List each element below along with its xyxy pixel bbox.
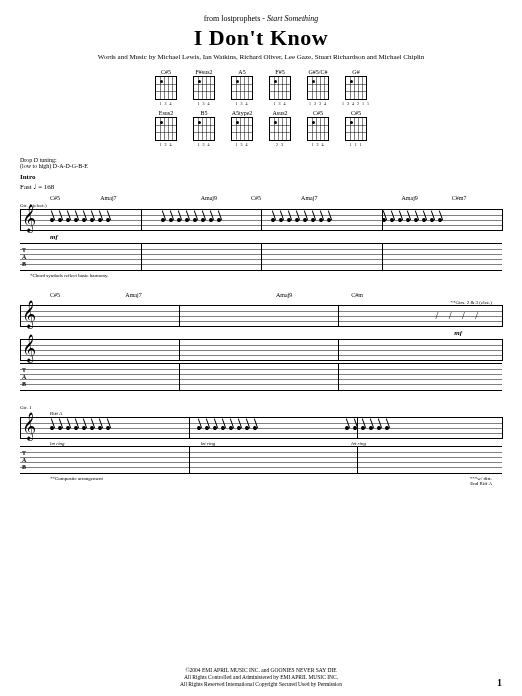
chord-diagram bbox=[307, 117, 329, 141]
chord-box: F#51 3 4 bbox=[265, 69, 295, 106]
end-riff-label: End Riff A bbox=[20, 481, 492, 486]
source-line: from lostprophets - Start Something bbox=[20, 14, 502, 23]
album-name: Start Something bbox=[267, 14, 318, 23]
song-title: I Don't Know bbox=[20, 25, 502, 51]
footnote: *Chord symbols reflect basic harmony. bbox=[30, 273, 502, 278]
chord-reference: C#51 3 4 F#sus21 3 4 A51 3 4 F#51 3 4 G#… bbox=[20, 69, 502, 106]
notation-staff-b: 𝄞 bbox=[20, 339, 502, 361]
chord-box: G#1 3 4 2 1 1 bbox=[341, 69, 371, 106]
tab-staff: TAB bbox=[20, 243, 502, 271]
treble-clef-icon: 𝄞 bbox=[22, 336, 36, 360]
chord-diagram bbox=[193, 117, 215, 141]
chord-box: A5type21 3 4 bbox=[227, 110, 257, 147]
composite-note: **Composite arrangement bbox=[50, 476, 103, 481]
chord-symbols: C#5 Amaj7 Amaj9 C#m bbox=[20, 292, 502, 298]
system-2: C#5 Amaj7 Amaj9 C#m **Gtrs. 2 & 3 (elec.… bbox=[20, 292, 502, 391]
chord-box: C#51 3 4 bbox=[303, 110, 333, 147]
tuning-info: Drop D tuning: (low to high) D-A-D-G-B-E bbox=[20, 157, 502, 169]
copyright-line-1: ©2004 EMI APRIL MUSIC INC. and GOONIES N… bbox=[0, 667, 522, 674]
tempo-value: ♩ = 168 bbox=[33, 183, 54, 191]
chord-row-2: Esus21 3 4 B51 3 4 A5type21 3 4 Asus22 3… bbox=[151, 110, 371, 147]
tab-staff: TAB bbox=[20, 363, 502, 391]
dynamic-marking: mf bbox=[50, 233, 502, 241]
header: from lostprophets - Start Something I Do… bbox=[20, 14, 502, 61]
chord-box: C#51 3 4 bbox=[151, 69, 181, 106]
chord-symbols: C#5 Amaj7 Amaj9 C#5 Amaj7 Amaj9 C#m7 bbox=[20, 195, 502, 201]
sheet-music-page: from lostprophets - Start Something I Do… bbox=[0, 0, 522, 696]
chord-box: Asus22 3 bbox=[265, 110, 295, 147]
page-number: 1 bbox=[497, 677, 502, 688]
part-label: Gtr. 1 (elect.) bbox=[20, 203, 502, 208]
notation-staff: 𝄞 bbox=[20, 209, 502, 231]
chord-diagram bbox=[193, 76, 215, 100]
chord-box: Esus21 3 4 bbox=[151, 110, 181, 147]
chord-box: C#51 1 1 bbox=[341, 110, 371, 147]
credits: Words and Music by Michael Lewis, Ian Wa… bbox=[20, 53, 502, 61]
copyright-line-2: All Rights Controlled and Administered b… bbox=[0, 674, 522, 681]
chord-diagram bbox=[345, 117, 367, 141]
copyright-line-3: All Rights Reserved International Copyri… bbox=[0, 681, 522, 688]
dynamic-marking: mf bbox=[50, 329, 462, 337]
copyright-footer: ©2004 EMI APRIL MUSIC INC. and GOONIES N… bbox=[0, 667, 522, 688]
chord-diagram bbox=[269, 76, 291, 100]
chord-diagram bbox=[307, 76, 329, 100]
tuning-notes: (low to high) D-A-D-G-B-E bbox=[20, 163, 88, 169]
chord-box: G#5/C#1 3 3 4 bbox=[303, 69, 333, 106]
part-label: Gtr. 1 bbox=[20, 405, 502, 410]
chord-box: B51 3 4 bbox=[189, 110, 219, 147]
chord-row-1: C#51 3 4 F#sus21 3 4 A51 3 4 F#51 3 4 G#… bbox=[151, 69, 371, 106]
from-prefix: from lostprophets bbox=[204, 14, 261, 23]
chord-diagram bbox=[231, 76, 253, 100]
system-1: C#5 Amaj7 Amaj9 C#5 Amaj7 Amaj9 C#m7 Gtr… bbox=[20, 195, 502, 278]
chord-diagram bbox=[231, 117, 253, 141]
notation-staff: 𝄞 bbox=[20, 417, 502, 439]
rhythm-slashes: / / / / bbox=[435, 310, 482, 321]
notation-staff: 𝄞 / / / / bbox=[20, 305, 502, 327]
tab-clef: TAB bbox=[22, 367, 26, 388]
tab-staff: TAB bbox=[20, 446, 502, 474]
tab-clef: TAB bbox=[22, 247, 26, 268]
treble-clef-icon: 𝄞 bbox=[22, 302, 36, 326]
chord-diagram bbox=[155, 117, 177, 141]
tab-clef: TAB bbox=[22, 450, 26, 471]
tempo-label: Fast bbox=[20, 183, 32, 191]
chord-diagram bbox=[269, 117, 291, 141]
chord-reference-2: Esus21 3 4 B51 3 4 A5type21 3 4 Asus22 3… bbox=[20, 110, 502, 147]
treble-clef-icon: 𝄞 bbox=[22, 206, 36, 230]
chord-diagram bbox=[155, 76, 177, 100]
separator: - bbox=[260, 14, 267, 23]
chord-box: F#sus21 3 4 bbox=[189, 69, 219, 106]
chord-diagram bbox=[345, 76, 367, 100]
treble-clef-icon: 𝄞 bbox=[22, 414, 36, 438]
tempo-marking: Fast ♩ = 168 bbox=[20, 183, 502, 191]
notes bbox=[50, 210, 492, 230]
chord-box: A51 3 4 bbox=[227, 69, 257, 106]
riff-label: Riff A bbox=[50, 411, 502, 416]
system-3: Gtr. 1 Riff A 𝄞 let ring let ring let ri… bbox=[20, 405, 502, 486]
section-label: Intro bbox=[20, 173, 502, 181]
notes bbox=[50, 418, 492, 438]
